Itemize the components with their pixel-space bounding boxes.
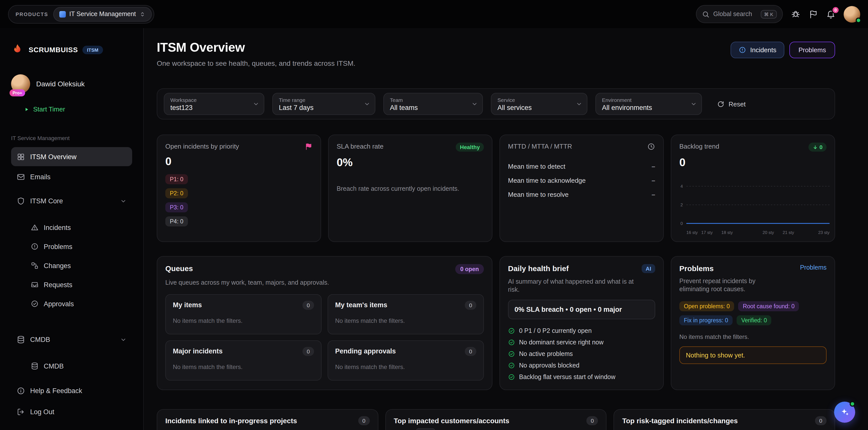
card-count: 0 (587, 416, 598, 425)
ai-assistant-fab[interactable] (834, 402, 855, 423)
product-switcher-pill[interactable]: IT Service Management (53, 7, 152, 21)
incidents-button[interactable]: Incidents (731, 42, 784, 58)
inbox-icon (31, 280, 39, 289)
play-icon (24, 107, 29, 112)
environment-select[interactable]: Environment All environments (595, 93, 702, 115)
flag-icon (808, 9, 818, 19)
nav-label: Incidents (44, 224, 71, 231)
select-label: Service (497, 97, 572, 103)
check-label: No active problems (519, 351, 573, 358)
mtt-value: – (652, 191, 655, 198)
pro-plus-badge: Pro+ (9, 89, 25, 96)
priority-p2-badge: P2: 0 (165, 188, 188, 198)
incidents-projects-card: Incidents linked to in-progress projects… (157, 409, 378, 430)
x-tick: 18 sty (721, 230, 733, 235)
queue-team-items[interactable]: My team's items0 No items match the filt… (328, 294, 484, 334)
backlog-delta-value: 0 (819, 144, 823, 150)
card-title: MTTD / MTTA / MTTR (508, 142, 572, 150)
debug-button[interactable] (791, 9, 800, 19)
y-tick: 0 (681, 221, 683, 226)
sidebar-item-help-feedback[interactable]: Help & Feedback (11, 381, 132, 400)
queue-count: 0 (303, 300, 314, 309)
page-title: ITSM Overview (157, 40, 355, 55)
alert-triangle-icon (31, 223, 39, 231)
sidebar-item-log-out[interactable]: Log Out (11, 402, 132, 421)
check-circle-icon (508, 351, 515, 358)
check-item: 0 P1 / 0 P2 currently open (508, 328, 655, 335)
topbar: PRODUCTS IT Service Management ⌘ K 0 (0, 0, 868, 28)
problems-link[interactable]: Problems (800, 264, 827, 271)
bug-icon (791, 9, 800, 19)
sidebar-item-requests[interactable]: Requests (25, 276, 132, 294)
team-select[interactable]: Team All teams (383, 93, 483, 115)
check-item: No approvals blocked (508, 362, 655, 369)
top-customers-card: Top impacted customers/accounts 0 (385, 409, 607, 430)
product-switcher[interactable]: PRODUCTS IT Service Management (8, 5, 155, 23)
daily-health-brief-card: Daily health brief AI AI summary of what… (499, 256, 664, 390)
time-range-select[interactable]: Time range Last 7 days (272, 93, 375, 115)
brand-name: SCRUMBUISS (29, 46, 78, 54)
queue-empty-text: No items match the filters. (335, 363, 476, 370)
select-value: All environments (602, 104, 686, 111)
sidebar-item-emails[interactable]: Emails (11, 167, 132, 186)
check-label: No approvals blocked (519, 362, 579, 369)
search-input[interactable] (713, 10, 756, 18)
search-icon (702, 10, 709, 18)
sla-breach-value: 0% (337, 156, 484, 169)
brand[interactable]: SCRUMBUISS ITSM (11, 43, 132, 56)
group-label: CMDB (30, 336, 50, 343)
brief-subtitle: AI summary of what happened and what is … (508, 278, 640, 294)
global-search[interactable]: ⌘ K (696, 5, 783, 23)
mtt-rows: Mean time to detect– Mean time to acknow… (508, 163, 655, 198)
chevron-down-icon (576, 101, 582, 107)
sidebar-item-problems[interactable]: Problems (25, 237, 132, 256)
clock-icon (647, 142, 655, 151)
start-timer-button[interactable]: Start Timer (24, 105, 132, 113)
nav-label: Changes (44, 262, 71, 269)
sidebar-group-cmdb[interactable]: CMDB (11, 330, 132, 349)
problems-subtitle: Prevent repeat incidents by eliminating … (679, 277, 777, 293)
queue-empty-text: No items match the filters. (173, 317, 314, 324)
sparkles-icon (840, 407, 850, 417)
open-problems-badge: Open problems: 0 (679, 301, 734, 311)
reset-filters-button[interactable]: Reset (717, 100, 746, 108)
queue-major-incidents[interactable]: Major incidents0 No items match the filt… (165, 340, 321, 380)
whats-new-button[interactable] (808, 9, 818, 19)
sidebar-group-itsm-core[interactable]: ITSM Core (11, 191, 132, 210)
ai-badge: AI (642, 264, 655, 273)
backlog-trend-card: Backlog trend 0 0 4 2 0 16 sty 17 (671, 135, 835, 242)
alert-circle-icon (31, 242, 39, 251)
notifications-button[interactable]: 0 (826, 9, 836, 19)
service-select[interactable]: Service All services (491, 93, 587, 115)
problems-button[interactable]: Problems (789, 42, 835, 58)
card-count: 0 (358, 416, 370, 425)
sidebar-item-approvals[interactable]: Approvals (25, 295, 132, 313)
queue-my-items[interactable]: My items0 No items match the filters. (165, 294, 321, 334)
mtt-label: Mean time to detect (508, 163, 565, 170)
sidebar-item-incidents[interactable]: Incidents (25, 219, 132, 236)
sidebar-item-changes[interactable]: Changes (25, 257, 132, 275)
brief-checklist: 0 P1 / 0 P2 currently open No dominant s… (508, 328, 655, 381)
queue-title: My team's items (335, 301, 388, 309)
mail-icon (17, 172, 25, 181)
workflow-icon (31, 262, 39, 270)
user-profile[interactable]: Pro+ Dawid Oleksiuk (11, 74, 85, 93)
chevron-down-icon (690, 101, 697, 107)
header-actions: Incidents Problems (731, 42, 835, 58)
sidebar: SCRUMBUISS ITSM Pro+ Dawid Oleksiuk Star… (0, 28, 144, 430)
sidebar-section-label: IT Service Management (11, 135, 132, 141)
check-item: No active problems (508, 351, 655, 358)
sidebar-item-itsm-overview[interactable]: ITSM Overview (11, 147, 132, 166)
refresh-icon (717, 100, 724, 108)
sidebar-item-cmdb[interactable]: CMDB (25, 357, 132, 375)
open-incidents-count: 0 (165, 155, 313, 168)
search-shortcut: ⌘ K (761, 10, 777, 18)
queue-pending-approvals[interactable]: Pending approvals0 No items match the fi… (328, 340, 484, 380)
workspace-select[interactable]: Workspace test123 (164, 93, 264, 115)
nav-label: Emails (30, 173, 51, 180)
sidebar-nav: ITSM Overview Emails ITSM Core Incidents… (11, 147, 132, 375)
x-tick: 16 sty (686, 230, 698, 235)
user-avatar[interactable] (844, 6, 860, 22)
card-count: 0 (815, 416, 827, 425)
x-tick: 23 sty (818, 230, 830, 235)
